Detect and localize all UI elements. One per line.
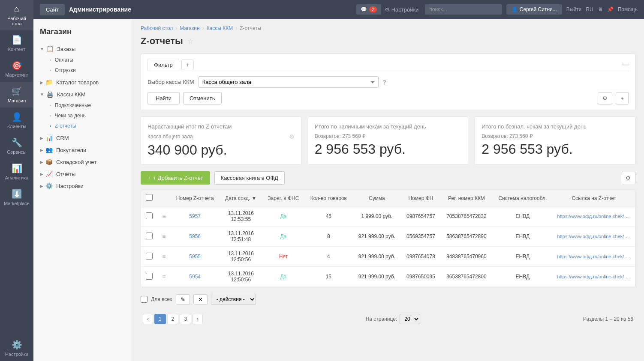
crm-icon: 📊: [45, 134, 53, 141]
topbar-settings-button[interactable]: ⚙ Настройки: [385, 6, 418, 13]
row-menu-0[interactable]: ≡: [162, 213, 166, 220]
bulk-delete-button[interactable]: ✕: [193, 294, 208, 305]
th-qty: Кол-во товаров: [304, 190, 352, 206]
sidebar-item-buyers[interactable]: ▶ 👥 Покупатели: [33, 144, 132, 156]
row-checkbox-1[interactable]: [146, 233, 153, 239]
sidebar-item-payments[interactable]: Оплаты: [33, 55, 132, 65]
admin-label: Администрирование: [69, 6, 131, 13]
row-menu-3[interactable]: ≡: [162, 273, 166, 280]
topbar-right: 👤 Сергей Ситни... Выйти RU 🖥 📌 Помощь: [506, 4, 638, 15]
row-taxsys-1: ЕНВД: [492, 227, 553, 247]
breadcrumb-shop[interactable]: Магазин: [180, 25, 199, 31]
pin-icon[interactable]: 📌: [607, 6, 614, 12]
row-checkbox-0[interactable]: [146, 212, 153, 219]
prev-page-button[interactable]: ‹: [143, 314, 153, 324]
per-page-label: На странице:: [366, 316, 397, 322]
favorite-icon[interactable]: ☆: [187, 37, 193, 45]
row-date-0: 13.11.2016 12:53:55: [220, 206, 262, 227]
sidebar-item-orders[interactable]: ▼ 📋 Заказы: [33, 43, 132, 55]
row-taxsys-2: ЕНВД: [492, 247, 553, 267]
bulk-checkbox[interactable]: [141, 296, 147, 303]
logout-button[interactable]: Выйти: [566, 6, 582, 12]
sidebar-item-marketplace[interactable]: ⬇️ Marketplace: [0, 185, 33, 210]
sidebar-item-settings[interactable]: ⚙️ Настройки: [0, 335, 33, 361]
row-link-0: https://www.офд.ru/online-chek/093sdf74g…: [553, 206, 635, 227]
page-button-1[interactable]: 1: [154, 314, 166, 324]
row-checkbox-2[interactable]: [146, 253, 153, 260]
sidebar-item-services[interactable]: 🔧 Сервисы: [0, 133, 33, 159]
next-page-button[interactable]: ›: [193, 314, 203, 324]
row-number-0[interactable]: 5957: [189, 213, 201, 219]
row-menu-1[interactable]: ≡: [162, 233, 166, 240]
find-button[interactable]: Найти: [147, 92, 180, 104]
filter-minimize-button[interactable]: —: [622, 61, 629, 69]
toolbar-gear-button[interactable]: ⚙: [621, 172, 635, 184]
sidebar-item-catalog[interactable]: ▶ 📁 Каталог товаров: [33, 76, 132, 88]
th-check: [141, 190, 157, 206]
search-input[interactable]: [425, 4, 502, 15]
monitor-icon[interactable]: 🖥: [598, 6, 603, 12]
add-report-button[interactable]: + + Добавить Z-отчет: [141, 171, 210, 185]
sidebar-item-shop[interactable]: 🛒 Магазин: [0, 82, 33, 107]
main-container: Сайт Администрирование 💬 2 ⚙ Настройки 👤…: [33, 0, 644, 361]
sidebar-item-marketing[interactable]: 🎯 Маркетинг: [0, 56, 33, 82]
filter-add-button[interactable]: +: [181, 60, 194, 70]
summary-card-sub-0: Касса общего зала ⚙: [147, 133, 295, 140]
notifications-button[interactable]: 💬 2: [356, 4, 381, 15]
sidebar-item-desktop[interactable]: ⌂ Рабочий стол: [0, 0, 33, 30]
help-button[interactable]: Помощь: [618, 6, 638, 12]
sidebar-item-connected[interactable]: Подключенные: [33, 100, 132, 110]
cancel-button[interactable]: Отменить: [183, 92, 221, 104]
row-fn-3: 0987650095: [401, 267, 440, 287]
bulk-actions-select[interactable]: - действия -: [211, 294, 256, 305]
arrow-down-icon: ▼: [40, 92, 44, 97]
filter-help-icon[interactable]: ?: [383, 79, 386, 86]
row-checkbox-3[interactable]: [146, 273, 153, 280]
sidebar-item-shipments[interactable]: Отгрузки: [33, 65, 132, 75]
sidebar-item-nav-settings[interactable]: ▶ ⚙️ Настройки: [33, 180, 132, 192]
breadcrumb-desktop[interactable]: Рабочий стол: [141, 25, 173, 31]
orders-icon: 📋: [46, 45, 54, 52]
row-number-1[interactable]: 5956: [189, 233, 201, 239]
row-sum-2: 921 999.00 руб.: [352, 247, 401, 267]
catalog-icon: 📁: [45, 79, 53, 86]
sidebar-item-analytics[interactable]: 📊 Аналитика: [0, 159, 33, 185]
page-button-2[interactable]: 2: [167, 314, 179, 324]
sidebar-item-daily[interactable]: Чеки за день: [33, 110, 132, 121]
summary-card-sub-2: Возвратов: 273 560 ₽: [481, 133, 629, 139]
row-regnumber-3: 36538765472800: [441, 267, 493, 287]
card-gear-icon-0[interactable]: ⚙: [289, 133, 295, 140]
row-number-3[interactable]: 5954: [189, 274, 201, 280]
row-taxsys-0: ЕНВД: [492, 206, 553, 227]
table-row: ≡ 5954 13.11.2016 12:50:56 Да 15 921 999…: [141, 267, 635, 287]
sidebar-item-warehouse[interactable]: ▶ 📦 Складской учет: [33, 156, 132, 168]
sidebar-item-reports[interactable]: ▶ 📈 Отчёты: [33, 168, 132, 180]
row-number-2[interactable]: 5955: [189, 254, 201, 260]
filter-gear-button[interactable]: ⚙: [598, 92, 612, 104]
plus-icon: +: [147, 175, 151, 181]
sidebar-item-crm[interactable]: ▶ 📊 CRM: [33, 132, 132, 144]
sidebar-item-content[interactable]: 📄 Контент: [0, 30, 33, 56]
th-fn: Номер ФН: [401, 190, 440, 206]
filter-plus-button[interactable]: +: [616, 92, 629, 104]
breadcrumb-kkm[interactable]: Кассы ККМ: [207, 25, 233, 31]
cashbook-button[interactable]: Кассовая книга в ОФД: [214, 171, 285, 185]
page-button-3[interactable]: 3: [180, 314, 191, 324]
th-number: Номер Z-отчета: [170, 190, 220, 206]
language-selector[interactable]: RU: [586, 6, 593, 12]
select-all-checkbox[interactable]: [146, 194, 153, 201]
services-icon: 🔧: [12, 137, 22, 148]
sidebar-item-kkm[interactable]: ▼ 🖨️ Кассы ККМ: [33, 88, 132, 100]
summary-card-0: Нарастающий итог по Z-отчетам Касса обще…: [141, 116, 301, 165]
per-page-select[interactable]: 20: [400, 314, 420, 324]
user-button[interactable]: 👤 Сергей Ситни...: [506, 4, 562, 15]
site-button[interactable]: Сайт: [40, 4, 65, 15]
th-date[interactable]: Дата созд. ▼: [220, 190, 262, 206]
row-menu-2[interactable]: ≡: [162, 253, 166, 260]
filter-tab-main[interactable]: Фильтр: [147, 59, 179, 71]
bulk-edit-button[interactable]: ✎: [176, 294, 190, 305]
sidebar-item-zreports[interactable]: Z-отчеты: [33, 121, 132, 131]
sidebar-item-clients[interactable]: 👤 Клиенты: [0, 107, 33, 133]
kkm-filter-select[interactable]: Касса общего зала: [199, 76, 379, 88]
bulk-actions-row: Для всех ✎ ✕ - действия -: [141, 292, 635, 307]
